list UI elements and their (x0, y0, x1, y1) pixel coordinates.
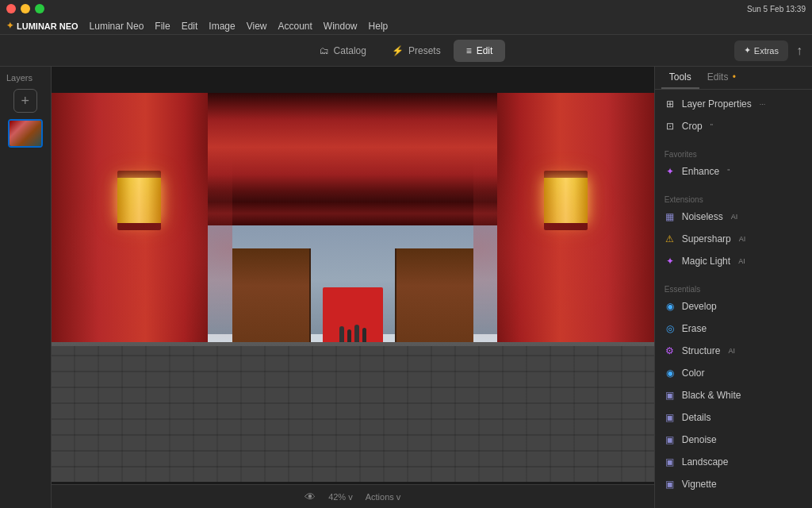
tool-denoise[interactable]: ▣ Denoise (655, 429, 812, 451)
photo-scene (52, 93, 654, 482)
favorites-section: Favorites ✦ Enhance " (655, 144, 812, 186)
menubar: ✦ LUMINAR NEO Luminar Neo File Edit Imag… (0, 17, 812, 35)
tab-catalog[interactable]: 🗂 Catalog (307, 40, 379, 62)
enhance-icon: ✦ (665, 166, 676, 177)
layers-title: Layers (0, 73, 33, 83)
vignette-icon: ▣ (665, 479, 676, 490)
app-logo: ✦ LUMINAR NEO (6, 21, 79, 31)
presets-icon: ⚡ (392, 45, 404, 56)
supersharp-icon: ⚠ (665, 233, 676, 244)
creative-header: Creative (655, 505, 812, 508)
minimize-button[interactable] (21, 4, 30, 13)
tool-crop[interactable]: ⊡ Crop " (655, 115, 812, 137)
tab-presets[interactable]: ⚡ Presets (379, 40, 454, 62)
canvas-area: 👁 42% v Actions v (52, 67, 654, 508)
top-tools-section: ⊞ Layer Properties ··· ⊡ Crop " (655, 90, 812, 140)
tab-edit[interactable]: ≡ Edit (454, 40, 506, 62)
tool-structure[interactable]: ⚙ Structure AI (655, 340, 812, 362)
structure-icon: ⚙ (665, 345, 676, 356)
tool-details[interactable]: ▣ Details (655, 406, 812, 429)
panel-tabs: Tools Edits • (655, 67, 812, 90)
ground-tiles (52, 346, 654, 483)
catalog-icon: 🗂 (320, 45, 329, 56)
star-icon: ✦ (744, 45, 751, 56)
menu-image[interactable]: Image (209, 21, 235, 32)
tool-noiseless[interactable]: ▦ Noiseless AI (655, 206, 812, 228)
tool-develop[interactable]: ◉ Develop (655, 295, 812, 318)
tool-landscape[interactable]: ▣ Landscape (655, 451, 812, 473)
extras-button[interactable]: ✦ Extras (734, 40, 788, 61)
tool-erase[interactable]: ◎ Erase (655, 318, 812, 340)
photo-container (52, 93, 654, 482)
layer-thumbnail[interactable] (8, 119, 43, 148)
edits-badge: • (733, 71, 736, 83)
titlebar: Sun 5 Feb 13:39 (0, 0, 812, 17)
edit-icon: ≡ (466, 45, 472, 56)
close-button[interactable] (6, 4, 16, 13)
erase-icon: ◎ (665, 323, 676, 334)
essentials-section: Essentials ◉ Develop ◎ Erase ⚙ Structure… (655, 279, 812, 498)
menu-edit[interactable]: Edit (182, 21, 198, 32)
essentials-header: Essentials (655, 282, 812, 295)
creative-section: Creative ♡ Relight AI ♡ Sky (655, 502, 812, 508)
zoom-control[interactable]: 42% v (328, 492, 353, 502)
people-silhouettes (293, 310, 413, 341)
landscape-icon: ▣ (665, 456, 676, 468)
maximize-button[interactable] (35, 4, 44, 13)
magic-light-icon: ✦ (665, 256, 676, 267)
menu-help[interactable]: Help (369, 21, 389, 32)
add-layer-button[interactable]: + (13, 89, 37, 113)
app-body: Layers + (0, 67, 812, 508)
extensions-header: Extensions (655, 192, 812, 206)
layer-preview (10, 121, 41, 146)
right-panel: Tools Edits • ⊞ Layer Properties ··· ⊡ C… (654, 67, 812, 508)
share-button[interactable]: ↑ (796, 44, 802, 58)
menu-view[interactable]: View (247, 21, 267, 32)
extensions-section: Extensions ▦ Noiseless AI ⚠ Supersharp A… (655, 189, 812, 275)
layers-panel: Layers + (0, 67, 52, 508)
tool-magic-light[interactable]: ✦ Magic Light AI (655, 250, 812, 272)
menu-file[interactable]: File (155, 21, 170, 32)
canvas-bottom-bar: 👁 42% v Actions v (52, 484, 654, 508)
tool-color[interactable]: ◉ Color (655, 362, 812, 384)
layer-properties-icon: ⊞ (665, 98, 676, 110)
toolbar-right: ✦ Extras ↑ (734, 40, 802, 61)
color-icon: ◉ (665, 368, 676, 379)
tab-tools[interactable]: Tools (661, 67, 699, 89)
menu-luminar-neo[interactable]: Luminar Neo (90, 21, 144, 32)
left-lantern (117, 171, 161, 230)
noiseless-icon: ▦ (665, 211, 676, 222)
details-icon: ▣ (665, 412, 676, 423)
titlebar-time: Sun 5 Feb 13:39 (747, 5, 806, 13)
menu-account[interactable]: Account (278, 21, 312, 32)
tool-enhance[interactable]: ✦ Enhance " (655, 160, 812, 183)
tool-supersharp[interactable]: ⚠ Supersharp AI (655, 228, 812, 250)
eye-icon: 👁 (304, 491, 316, 503)
favorites-header: Favorites (655, 147, 812, 160)
menu-window[interactable]: Window (324, 21, 358, 32)
develop-icon: ◉ (665, 301, 676, 312)
tool-black-white[interactable]: ▣ Black & White (655, 384, 812, 406)
tool-layer-properties[interactable]: ⊞ Layer Properties ··· (655, 93, 812, 115)
actions-control[interactable]: Actions v (366, 492, 401, 502)
bw-icon: ▣ (665, 390, 676, 401)
right-lantern (544, 171, 588, 230)
denoise-icon: ▣ (665, 434, 676, 445)
tool-vignette[interactable]: ▣ Vignette (655, 473, 812, 495)
crop-icon: ⊡ (665, 121, 676, 132)
tab-edits[interactable]: Edits • (699, 67, 744, 89)
toolbar: 🗂 Catalog ⚡ Presets ≡ Edit ✦ Extras ↑ (0, 35, 812, 67)
